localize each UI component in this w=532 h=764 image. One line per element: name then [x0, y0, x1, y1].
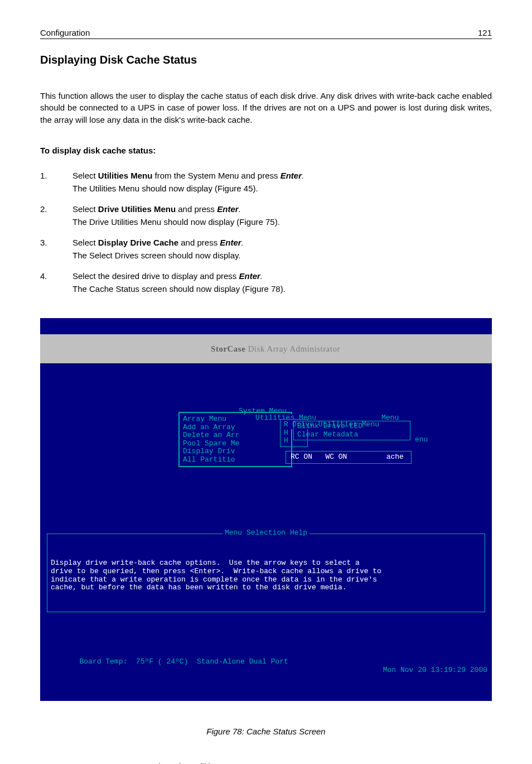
- step-4: 4. Select the desired drive to display a…: [40, 271, 492, 301]
- page: Configuration 121 Displaying Disk Cache …: [0, 0, 532, 764]
- step-number: 1.: [40, 171, 72, 201]
- step-1: 1. Select Utilities Menu from the System…: [40, 171, 492, 201]
- step-instruction: Select the desired drive to display and …: [72, 271, 492, 281]
- terminal-title-brand: StorCase: [211, 344, 245, 353]
- step-5: 5. Press Esc to return to the Drive Util…: [40, 762, 492, 764]
- terminal-status-line: Board Temp: 75ºF ( 24ºC) Stand-Alone Dua…: [40, 649, 492, 685]
- terminal-title-rest: Disk Array Administrator: [245, 344, 340, 353]
- terminal-screen: StorCase Disk Array Administrator System…: [40, 318, 492, 701]
- status-left: Board Temp: 75ºF ( 24ºC) Stand-Alone Dua…: [79, 657, 288, 666]
- menu-overlay-area: System Menu Array Menu Add an Array Dele…: [132, 412, 444, 473]
- step-number: 4.: [40, 271, 72, 301]
- step-number: 3.: [40, 238, 72, 268]
- step-2: 2. Select Drive Utilities Menu and press…: [40, 204, 492, 234]
- running-header: Configuration 121: [40, 28, 492, 37]
- steps-list: 1. Select Utilities Menu from the System…: [40, 171, 492, 301]
- help-box: Menu Selection Help Display drive write-…: [47, 534, 485, 612]
- drive-utilities-menu: Blink Drive LED Clear Metadata: [293, 421, 410, 440]
- step-instruction: Select Display Drive Cache and press Ent…: [72, 238, 492, 247]
- step-result: The Drive Utilities Menu should now disp…: [72, 217, 492, 227]
- steps-list-cont: 5. Press Esc to return to the Drive Util…: [40, 762, 492, 764]
- section-title: Displaying Disk Cache Status: [40, 54, 492, 66]
- step-number: 5.: [40, 762, 72, 764]
- status-clock: Mon Nov 20 13:19:29 2000: [383, 666, 487, 675]
- intro-paragraph: This function allows the user to display…: [40, 90, 492, 126]
- step-instruction: Select Utilities Menu from the System Me…: [72, 171, 492, 180]
- help-text: Display drive write-back cache options. …: [51, 559, 481, 592]
- figure-caption: Figure 78: Cache Status Screen: [40, 727, 492, 736]
- help-label: Menu Selection Help: [223, 529, 309, 537]
- terminal-title-bar: StorCase Disk Array Administrator: [40, 334, 492, 364]
- terminal-figure: StorCase Disk Array Administrator System…: [40, 318, 492, 701]
- terminal-body: System Menu Array Menu Add an Array Dele…: [40, 381, 492, 632]
- step-3: 3. Select Display Drive Cache and press …: [40, 238, 492, 268]
- step-instruction: Press Esc to return to the Drive Utiliti…: [72, 762, 492, 764]
- header-page-number: 121: [478, 28, 492, 37]
- step-number: 2.: [40, 204, 72, 234]
- enu-fragment: enu: [415, 436, 428, 444]
- step-result: The Utilities Menu should now display (F…: [72, 184, 492, 193]
- header-rule: [40, 39, 492, 39]
- procedure-heading: To display disk cache status:: [40, 146, 492, 155]
- header-left: Configuration: [40, 28, 90, 37]
- step-result: The Cache Status screen should now displ…: [72, 284, 492, 294]
- step-instruction: Select Drive Utilities Menu and press En…: [72, 204, 492, 214]
- step-result: The Select Drives screen should now disp…: [72, 251, 492, 260]
- cache-status-box: RC ON WC ON ache: [286, 451, 412, 464]
